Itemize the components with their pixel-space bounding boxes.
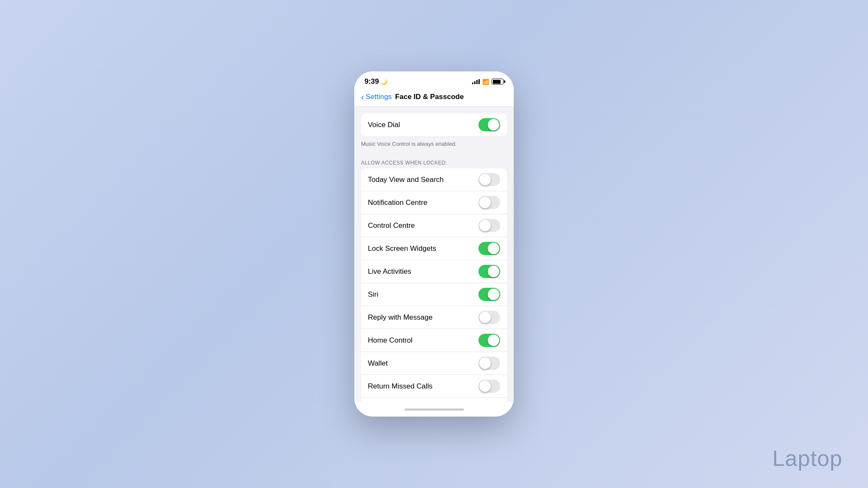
voice-dial-group: Voice Dial: [361, 113, 507, 136]
nav-bar: ‹ Settings Face ID & Passcode: [354, 89, 514, 107]
siri-label: Siri: [368, 290, 379, 299]
home-indicator: [404, 409, 464, 411]
control-centre-row: Control Centre: [361, 214, 507, 237]
bottom-bar: [354, 402, 514, 417]
live-activities-toggle[interactable]: [478, 265, 500, 278]
control-centre-label: Control Centre: [368, 221, 415, 230]
return-missed-calls-toggle[interactable]: [478, 380, 500, 393]
notification-centre-row: Notification Centre: [361, 191, 507, 214]
reply-with-message-label: Reply with Message: [368, 313, 433, 322]
live-activities-label: Live Activities: [368, 267, 411, 276]
wallet-row: Wallet: [361, 352, 507, 375]
return-missed-calls-label: Return Missed Calls: [368, 382, 433, 391]
home-control-toggle[interactable]: [478, 334, 500, 347]
moon-icon: 🌙: [381, 79, 387, 85]
lock-screen-widgets-row: Lock Screen Widgets: [361, 237, 507, 260]
live-activities-row: Live Activities: [361, 260, 507, 283]
section-header: ALLOW ACCESS WHEN LOCKED:: [354, 153, 514, 168]
voice-dial-helper: Music Voice Control is always enabled.: [354, 138, 514, 153]
signal-icon: [472, 79, 480, 84]
home-control-label: Home Control: [368, 336, 413, 345]
status-bar: 9:39 🌙 📶: [354, 71, 514, 89]
siri-row: Siri: [361, 283, 507, 306]
wifi-icon: 📶: [482, 79, 489, 85]
wallet-label: Wallet: [368, 359, 388, 368]
voice-dial-label: Voice Dial: [368, 121, 400, 129]
watermark: Laptop: [772, 445, 842, 471]
lock-screen-widgets-toggle[interactable]: [478, 242, 500, 255]
today-view-row: Today View and Search: [361, 168, 507, 191]
back-label: Settings: [366, 93, 392, 101]
reply-with-message-row: Reply with Message: [361, 306, 507, 329]
page-title: Face ID & Passcode: [395, 93, 464, 101]
settings-content: Voice Dial Music Voice Control is always…: [354, 107, 514, 402]
lock-screen-widgets-label: Lock Screen Widgets: [368, 244, 436, 253]
notification-centre-toggle[interactable]: [478, 196, 500, 209]
control-centre-toggle[interactable]: [478, 219, 500, 232]
phone-frame: 9:39 🌙 📶 ‹ Settings Face ID & Passcode: [354, 71, 514, 417]
status-icons: 📶: [472, 79, 504, 85]
back-button[interactable]: ‹ Settings: [361, 93, 392, 101]
status-time: 9:39: [364, 77, 379, 86]
allow-access-group: Today View and Search Notification Centr…: [361, 168, 507, 402]
siri-toggle[interactable]: [478, 288, 500, 301]
battery-icon: [492, 79, 504, 85]
notification-centre-label: Notification Centre: [368, 199, 427, 207]
chevron-left-icon: ‹: [361, 93, 364, 101]
return-missed-calls-row: Return Missed Calls: [361, 375, 507, 398]
wallet-toggle[interactable]: [478, 357, 500, 370]
voice-dial-row: Voice Dial: [361, 113, 507, 136]
allow-access-section: ALLOW ACCESS WHEN LOCKED: Today View and…: [354, 153, 514, 402]
today-view-toggle[interactable]: [478, 173, 500, 186]
home-control-row: Home Control: [361, 329, 507, 352]
accessories-row: Accessories: [361, 398, 507, 402]
today-view-label: Today View and Search: [368, 176, 444, 184]
reply-with-message-toggle[interactable]: [478, 311, 500, 324]
voice-dial-toggle[interactable]: [478, 118, 500, 131]
